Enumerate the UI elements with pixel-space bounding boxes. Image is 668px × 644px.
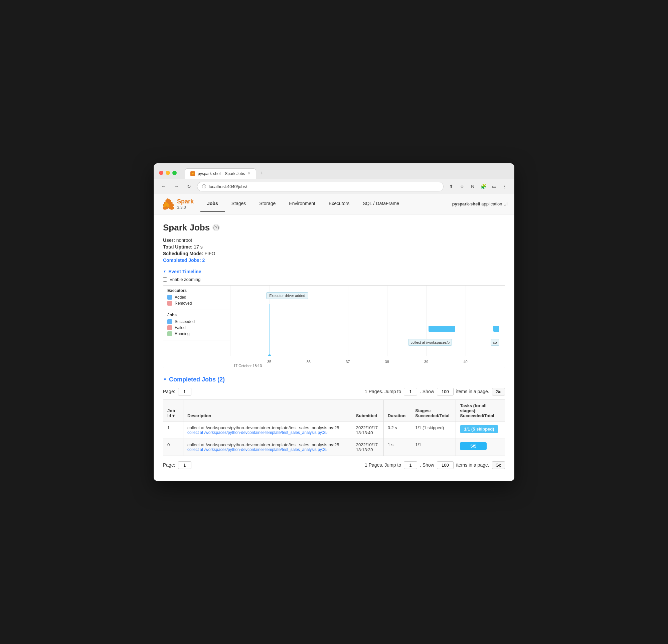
nav-stages[interactable]: Stages (225, 196, 253, 212)
show-input-bottom[interactable] (437, 461, 454, 469)
pages-info-top: 1 Pages. Jump to (365, 389, 401, 394)
nav-environment[interactable]: Environment (282, 196, 322, 212)
jobs-title: Jobs (167, 313, 226, 317)
timeline-axis: 35 36 37 38 39 40 17 October 18:13 (230, 356, 505, 368)
spark-version: 3.3.0 (177, 205, 194, 210)
axis-tick-37: 37 (346, 360, 350, 364)
show-label-top: . Show (420, 389, 434, 394)
browser-window: ⚡ pyspark-shell - Spark Jobs ✕ + ← → ↻ ⓘ… (154, 163, 514, 481)
grid-line-2 (309, 286, 309, 356)
grid-line-3 (348, 286, 348, 356)
logo-text: Spark (177, 198, 194, 205)
spark-nav: Spark 3.3.0 Jobs Stages Storage Environm… (154, 194, 514, 214)
desc-link-0[interactable]: collect at /workspaces/python-devcontain… (187, 447, 348, 452)
extension-icon[interactable]: 🧩 (479, 182, 488, 191)
added-label: Added (175, 295, 186, 300)
address-bar[interactable]: ⓘ localhost:4040/jobs/ (197, 182, 443, 191)
removed-legend-item: Removed (167, 301, 226, 305)
tasks-1: 1/1 (5 skipped) (456, 421, 505, 438)
go-button-top[interactable]: Go (492, 388, 505, 395)
lock-icon: ⓘ (202, 184, 206, 190)
completed-row: Completed Jobs: 2 (163, 257, 505, 263)
timeline-legend: Executors Added Removed Jobs (163, 286, 230, 368)
completed-link[interactable]: Completed Jobs: 2 (163, 257, 205, 263)
help-badge[interactable]: (?) (212, 224, 220, 231)
succeeded-color (167, 319, 172, 324)
menu-icon[interactable]: ⋮ (500, 182, 509, 191)
duration-1: 0.2 s (383, 421, 411, 438)
minimize-button[interactable] (166, 171, 170, 175)
table-header: Job Id ▾ Description Submitted Duration … (163, 400, 505, 421)
back-button[interactable]: ← (159, 182, 168, 191)
page-title: Spark Jobs (?) (163, 223, 505, 233)
browser-toolbar: ← → ↻ ⓘ localhost:4040/jobs/ ⬆ ☆ N 🧩 ▭ ⋮ (154, 179, 514, 194)
nav-sql[interactable]: SQL / DataFrame (356, 196, 406, 212)
axis-tick-36: 36 (307, 360, 310, 364)
running-label: Running (175, 331, 190, 336)
app-suffix: application UI (480, 201, 508, 206)
job-bar-1 (428, 326, 455, 332)
axis-tick-35: 35 (267, 360, 271, 364)
th-description: Description (183, 400, 352, 421)
description-0: collect at /workspaces/python-devcontain… (183, 438, 352, 455)
removed-label: Removed (175, 301, 192, 305)
user-row: User: nonroot (163, 238, 505, 243)
driver-line (270, 304, 270, 356)
header-row: Job Id ▾ Description Submitted Duration … (163, 400, 505, 421)
page-title-text: Spark Jobs (163, 223, 210, 233)
failed-legend-item: Failed (167, 325, 226, 330)
jobs-table: Job Id ▾ Description Submitted Duration … (163, 400, 505, 456)
job-id-1: 1 (163, 421, 183, 438)
maximize-button[interactable] (172, 171, 177, 175)
notion-icon[interactable]: N (468, 182, 477, 191)
stages-1: 1/1 (1 skipped) (411, 421, 456, 438)
share-icon[interactable]: ⬆ (447, 182, 456, 191)
desc-link-1[interactable]: collect at /workspaces/python-devcontain… (187, 430, 348, 435)
page-input-bottom[interactable] (178, 461, 192, 469)
go-button-bottom[interactable]: Go (492, 461, 505, 469)
job-bar-2 (493, 326, 499, 332)
timeline-header[interactable]: Event Timeline (163, 269, 505, 274)
tab-title: pyspark-shell - Spark Jobs (198, 171, 245, 176)
executor-tooltip: Executor driver added (266, 292, 308, 299)
desc-main-0: collect at /workspaces/python-devcontain… (187, 442, 348, 447)
jump-input-top[interactable] (404, 388, 417, 395)
browser-tabs: ⚡ pyspark-shell - Spark Jobs ✕ + (185, 167, 495, 179)
toolbar-icons: ⬆ ☆ N 🧩 ▭ ⋮ (447, 182, 509, 191)
failed-color (167, 325, 172, 330)
close-button[interactable] (159, 171, 163, 175)
nav-executors[interactable]: Executors (322, 196, 356, 212)
added-color (167, 295, 172, 300)
page-input-top[interactable] (178, 388, 192, 395)
jump-input-bottom[interactable] (404, 461, 417, 469)
pages-info-bottom: 1 Pages. Jump to (365, 462, 401, 468)
failed-label: Failed (175, 325, 186, 330)
forward-button[interactable]: → (172, 182, 181, 191)
job-tooltip-1: collect at /workspaces/p (408, 339, 452, 346)
completed-section-header[interactable]: Completed Jobs (2) (163, 376, 505, 383)
nav-jobs[interactable]: Jobs (200, 196, 225, 212)
nav-storage[interactable]: Storage (253, 196, 282, 212)
bookmark-icon[interactable]: ☆ (458, 182, 466, 191)
th-duration: Duration (383, 400, 411, 421)
show-input-top[interactable] (437, 388, 454, 395)
spark-logo-svg (160, 197, 175, 211)
tab-close-button[interactable]: ✕ (247, 171, 250, 176)
pagination-bottom: Page: 1 Pages. Jump to . Show items in a… (163, 461, 505, 469)
timeline-date: 17 October 18:13 (233, 364, 262, 368)
page-label-bottom: Page: (163, 462, 175, 468)
tasks-badge-0: 5/5 (460, 442, 487, 450)
nav-app-title: pyspark-shell application UI (452, 201, 508, 206)
app-content: Spark 3.3.0 Jobs Stages Storage Environm… (154, 194, 514, 481)
enable-zoom-checkbox[interactable] (163, 277, 167, 282)
items-label-bottom: items in a page. (456, 462, 489, 468)
stages-0: 1/1 (411, 438, 456, 455)
items-label-top: items in a page. (456, 389, 489, 394)
user-label: User: (163, 238, 175, 243)
table-row: 1 collect at /workspaces/python-devconta… (163, 421, 505, 438)
active-tab[interactable]: ⚡ pyspark-shell - Spark Jobs ✕ (185, 168, 256, 179)
sidebar-icon[interactable]: ▭ (490, 182, 498, 191)
new-tab-button[interactable]: + (256, 167, 267, 179)
th-stages: Stages: Succeeded/Total (411, 400, 456, 421)
reload-button[interactable]: ↻ (184, 182, 194, 191)
